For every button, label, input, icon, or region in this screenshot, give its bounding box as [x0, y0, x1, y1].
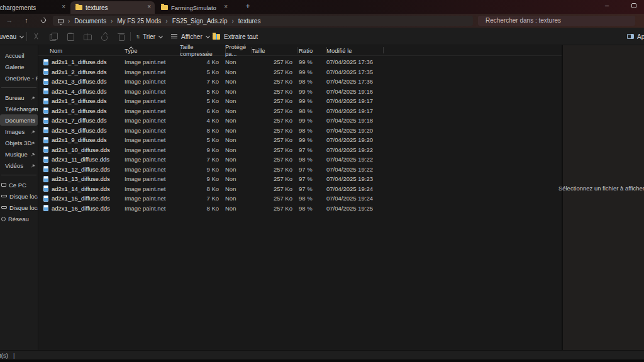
breadcrumb-item[interactable]: FS25_Sign_Ads.zip: [172, 18, 228, 25]
paintnet-image-file-icon: [43, 195, 48, 202]
table-row[interactable]: ad2x1_11_diffuse.dds Image paint.net 7 K…: [38, 155, 562, 165]
more-options-button[interactable]: …: [248, 28, 256, 45]
search-input[interactable]: Rechercher dans : textures: [478, 16, 635, 26]
tab-label: Téléchargements: [0, 4, 36, 11]
forward-icon[interactable]: →: [4, 16, 15, 26]
table-row[interactable]: ad2x1_12_diffuse.dds Image paint.net 9 K…: [38, 165, 562, 175]
sidebar-item[interactable]: Musique: [0, 148, 38, 160]
sidebar-item[interactable]: OneDrive - Persona: [0, 72, 38, 84]
sidebar-item[interactable]: Téléchargement: [0, 103, 38, 114]
table-row[interactable]: ad2x1_9_diffuse.dds Image paint.net 5 Ko…: [38, 135, 562, 145]
file-ratio-cell: 97 %: [294, 166, 324, 173]
column-header-taille[interactable]: Taille: [249, 47, 294, 54]
breadcrumb-item[interactable]: Documents: [74, 18, 106, 25]
sidebar-item[interactable]: Vidéos: [0, 160, 38, 171]
address-bar[interactable]: DocumentsMy FS 25 ModsFS25_Sign_Ads.zipt…: [53, 16, 473, 26]
column-divider[interactable]: [180, 47, 180, 53]
column-divider[interactable]: [297, 47, 297, 53]
file-modified-cell: 07/04/2025 19:17: [324, 97, 399, 104]
sidebar-item[interactable]: Ce PC: [0, 179, 38, 190]
file-name-cell: ad2x1_5_diffuse.dds: [38, 97, 122, 104]
file-protected-cell: Non: [223, 185, 249, 192]
close-tab-icon[interactable]: ×: [147, 3, 151, 11]
file-name: ad2x1_3_diffuse.dds: [52, 78, 107, 85]
file-size-cell: 257 Ko: [249, 175, 294, 182]
column-divider[interactable]: [252, 47, 252, 53]
table-row[interactable]: ad2x1_7_diffuse.dds Image paint.net 4 Ko…: [38, 116, 562, 126]
new-button[interactable]: Nouveau: [0, 28, 23, 45]
copy-icon[interactable]: [50, 33, 58, 40]
file-size-cell: 257 Ko: [249, 195, 294, 202]
column-header-protege[interactable]: Protégé pa...: [223, 43, 249, 57]
file-modified-cell: 07/04/2025 19:23: [324, 175, 399, 182]
sidebar-item-label: Images: [5, 128, 25, 135]
file-type-cell: Image paint.net: [122, 97, 177, 104]
paste-icon[interactable]: [67, 33, 75, 40]
sidebar-item[interactable]: Images: [0, 126, 38, 137]
delete-icon[interactable]: [118, 33, 126, 40]
file-protected-cell: Non: [223, 136, 249, 143]
refresh-glyph: [40, 16, 47, 23]
sidebar-item[interactable]: Bureau: [0, 92, 38, 103]
file-type-cell: Image paint.net: [122, 166, 177, 173]
table-row[interactable]: ad2x1_6_diffuse.dds Image paint.net 6 Ko…: [38, 106, 562, 116]
sidebar-item[interactable]: Accueil: [0, 50, 38, 61]
close-tab-icon[interactable]: ×: [224, 3, 228, 11]
file-compressed-size-cell: 8 Ko: [177, 205, 223, 212]
share-icon[interactable]: [101, 33, 109, 40]
column-divider[interactable]: [326, 47, 327, 53]
breadcrumb-item[interactable]: textures: [238, 18, 261, 25]
sidebar-item[interactable]: Galerie: [0, 61, 38, 72]
column-header-taille-compressee[interactable]: Taille compressée: [177, 43, 223, 57]
file-modified-cell: 07/04/2025 17:35: [324, 69, 399, 75]
table-row[interactable]: ad2x1_4_diffuse.dds Image paint.net 5 Ko…: [38, 87, 562, 97]
refresh-icon[interactable]: [38, 16, 49, 26]
table-row[interactable]: ad2x1_3_diffuse.dds Image paint.net 7 Ko…: [38, 77, 562, 87]
sidebar-item[interactable]: Réseau: [0, 213, 38, 224]
status-separator: |: [13, 352, 14, 359]
file-modified-cell: 07/04/2025 19:22: [324, 156, 399, 163]
table-row[interactable]: ad2x1_8_diffuse.dds Image paint.net 8 Ko…: [38, 126, 562, 136]
rename-icon[interactable]: [84, 33, 92, 40]
file-size-cell: 257 Ko: [249, 127, 294, 134]
column-header-nom[interactable]: Nom: [38, 47, 122, 54]
sidebar-item[interactable]: Disque local (E:): [0, 202, 38, 213]
tab-textures[interactable]: textures ×: [70, 1, 155, 14]
table-row[interactable]: ad2x1_16_diffuse.dds Image paint.net 8 K…: [38, 204, 562, 214]
view-button[interactable]: Afficher: [171, 28, 209, 45]
table-row[interactable]: ad2x1_1_diffuse.dds Image paint.net 4 Ko…: [38, 57, 562, 67]
sidebar-pinned-group: BureauTéléchargementDocumentsImagesObjet…: [0, 92, 38, 171]
table-row[interactable]: ad2x1_15_diffuse.dds Image paint.net 7 K…: [38, 194, 562, 204]
table-row[interactable]: ad2x1_5_diffuse.dds Image paint.net 5 Ko…: [38, 96, 562, 106]
item-count-text: élément(s): [0, 352, 8, 359]
maximize-button[interactable]: [625, 0, 643, 13]
preview-toggle-button[interactable]: Aperçu: [627, 28, 644, 45]
sidebar-item[interactable]: Documents: [0, 114, 38, 126]
tab-telechargements[interactable]: Téléchargements ×: [0, 1, 69, 14]
sidebar-item[interactable]: Objets 3D: [0, 137, 38, 148]
close-tab-icon[interactable]: ×: [62, 3, 65, 11]
cut-icon[interactable]: [33, 33, 41, 40]
table-row[interactable]: ad2x1_14_diffuse.dds Image paint.net 8 K…: [38, 184, 562, 194]
file-name: ad2x1_6_diffuse.dds: [52, 107, 107, 114]
file-type-cell: Image paint.net: [122, 58, 177, 65]
sidebar-item[interactable]: Disque local (C:): [0, 190, 38, 202]
file-type-cell: Image paint.net: [122, 146, 177, 153]
table-row[interactable]: ad2x1_13_diffuse.dds Image paint.net 9 K…: [38, 174, 562, 184]
column-divider[interactable]: [383, 47, 384, 53]
file-explorer-window: { "tabs": [ { "label": "Téléchargements"…: [0, 0, 644, 362]
column-divider[interactable]: [225, 47, 226, 53]
table-row[interactable]: ad2x1_10_diffuse.dds Image paint.net 9 K…: [38, 145, 562, 155]
breadcrumb-item[interactable]: My FS 25 Mods: [117, 18, 161, 25]
table-row[interactable]: ad2x1_2_diffuse.dds Image paint.net 5 Ko…: [38, 67, 562, 77]
column-header-modifie-le[interactable]: Modifié le: [324, 47, 399, 54]
up-icon[interactable]: ↑: [21, 16, 32, 26]
sort-button[interactable]: ↑↓ Trier: [136, 28, 162, 45]
minimize-button[interactable]: –: [597, 0, 616, 13]
new-tab-button[interactable]: +: [242, 1, 253, 13]
tab-farmingsimulator2025[interactable]: FarmingSimulator2025 ×: [156, 1, 231, 14]
sort-icon: ↑↓: [136, 33, 139, 40]
file-modified-cell: 07/04/2025 19:22: [324, 166, 399, 173]
column-header-ratio[interactable]: Ratio: [294, 47, 324, 54]
command-bar: Nouveau ↑↓ Trier Afficher Extraire tout …: [0, 28, 644, 45]
